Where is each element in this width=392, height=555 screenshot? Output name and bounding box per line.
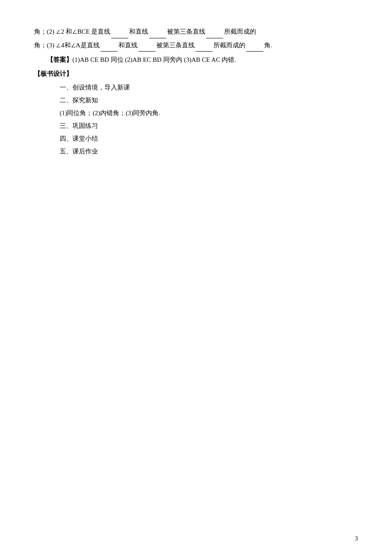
board-item-2: (1)同位角；(2)内错角；(3)同旁内角. (34, 107, 358, 119)
line2-mid2: 被第三条直线 (156, 42, 195, 49)
blank-1 (111, 26, 128, 38)
line1-mid1: 和直线 (129, 28, 148, 35)
board-item-3: 三、巩固练习 (34, 119, 358, 132)
page-container: 角；(2) ∠2 和∠BCE 是直线 和直线 被第三条直线 所截而成的 角；(3… (0, 0, 392, 555)
blank-4 (101, 39, 118, 52)
blank-5 (138, 39, 156, 52)
board-item-1-text: 二、探究新知 (60, 97, 98, 104)
answer-prefix: 【答案】 (47, 56, 72, 63)
board-item-4-text: 四、课堂小结 (60, 135, 98, 142)
line1-end: 所截而成的 (224, 28, 256, 35)
board-section: 【板书设计】 一、创设情境，导入新课 二、探究新知 (1)同位角；(2)内错角；… (34, 68, 358, 158)
line1-start: 角；(2) ∠2 和∠BCE 是直线 (34, 28, 110, 35)
board-title-line: 【板书设计】 (34, 68, 358, 80)
content-block: 角；(2) ∠2 和∠BCE 是直线 和直线 被第三条直线 所截而成的 角；(3… (34, 26, 358, 158)
line-1: 角；(2) ∠2 和∠BCE 是直线 和直线 被第三条直线 所截而成的 (34, 26, 358, 38)
blank-2 (149, 26, 166, 38)
line2-mid3: 所截而成的 (213, 42, 245, 49)
board-prefix: 【板书设计】 (34, 70, 72, 77)
board-item-1: 二、探究新知 (34, 94, 358, 107)
line2-start: 角；(3) ∠4和∠A是直线 (34, 42, 100, 49)
board-item-5: 五、课后作业 (34, 145, 358, 158)
line2-end: 角. (264, 42, 272, 49)
answer-content: (1)AB CE BD 同位 (2)AB EC BD 同旁内 (3)AB CE … (72, 56, 236, 63)
line1-mid2: 被第三条直线 (167, 28, 205, 35)
board-item-2-text: (1)同位角；(2)内错角；(3)同旁内角. (60, 110, 160, 116)
blank-6 (196, 39, 213, 52)
board-item-3-text: 三、巩固练习 (60, 122, 98, 129)
line-2: 角；(3) ∠4和∠A是直线 和直线 被第三条直线 所截而成的 角. (34, 39, 358, 52)
answer-line: 【答案】(1)AB CE BD 同位 (2)AB EC BD 同旁内 (3)AB… (34, 53, 358, 66)
board-item-0-text: 一、创设情境，导入新课 (60, 84, 130, 91)
board-item-5-text: 五、课后作业 (60, 148, 98, 155)
line2-mid1: 和直线 (118, 42, 138, 49)
page-number: 3 (355, 535, 358, 542)
blank-7 (246, 39, 263, 52)
board-item-0: 一、创设情境，导入新课 (34, 81, 358, 94)
board-item-4: 四、课堂小结 (34, 132, 358, 145)
blank-3 (206, 26, 223, 38)
